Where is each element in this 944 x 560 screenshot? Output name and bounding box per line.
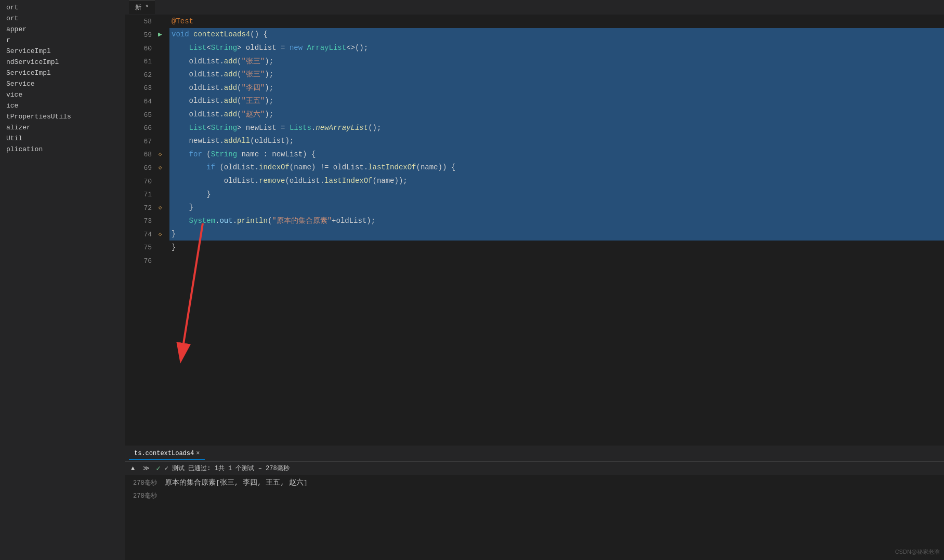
gutter: ▶ ◇ ◇ ◇ ◇ (156, 15, 169, 446)
editor-tab-title: 新 * (135, 3, 149, 12)
line-num-76: 76 (129, 255, 152, 269)
bottom-tab-close[interactable]: × (196, 450, 200, 457)
code-line-65: oldList.add("赵六"); (169, 108, 944, 121)
gutter-70 (156, 174, 164, 188)
code-line-62: oldList.add("张三"); (169, 68, 944, 81)
console-line-1: 278毫秒 (133, 490, 936, 503)
gutter-75 (156, 241, 164, 254)
gutter-73 (156, 214, 164, 228)
scroll-up-btn[interactable]: ▲ (129, 464, 137, 473)
console-output: 278毫秒 原本的集合原素[张三, 李四, 王五, 赵六] 278毫秒 (125, 475, 944, 560)
gutter-62 (156, 68, 164, 81)
gutter-76 (156, 254, 164, 268)
line-num-68: 68 (129, 149, 152, 162)
sidebar-item-13[interactable]: plication (0, 144, 125, 155)
code-line-61: oldList.add("张三"); (169, 55, 944, 68)
gutter-69: ◇ (156, 161, 164, 175)
main-area: ort ort apper r ServiceImpl ndServiceImp… (0, 0, 944, 560)
line-num-70: 70 (129, 175, 152, 189)
gutter-67 (156, 134, 164, 148)
line-num-61: 61 (129, 56, 152, 69)
sidebar-item-11[interactable]: alizer (0, 122, 125, 133)
bottom-panel: ts.contextLoads4 × ▲ ≫ ✓ ✓ 测试 已通过: 1共 1 … (125, 446, 944, 560)
editor-tab[interactable]: 新 * (129, 1, 155, 14)
sidebar-item-6[interactable]: ServiceImpl (0, 68, 125, 78)
code-line-63: oldList.add("李四"); (169, 81, 944, 95)
bottom-tab-label: ts.contextLoads4 (134, 450, 194, 457)
gutter-68: ◇ (156, 148, 164, 161)
line-num-62: 62 (129, 69, 152, 82)
code-line-64: oldList.add("王五"); (169, 95, 944, 108)
bottom-tab-bar: ts.contextLoads4 × (125, 446, 944, 462)
sidebar-item-4[interactable]: ServiceImpl (0, 46, 125, 57)
console-time-1: 278毫秒 (133, 492, 157, 500)
line-num-75: 75 (129, 242, 152, 255)
line-num-64: 64 (129, 96, 152, 109)
code-line-72: } (169, 201, 944, 214)
code-lines: @Test void contextLoads4() { List<String… (169, 15, 944, 267)
sidebar-item-5[interactable]: ndServiceImpl (0, 57, 125, 68)
gutter-71 (156, 188, 164, 201)
line-num-74: 74 (129, 229, 152, 242)
line-numbers: 58 59 60 61 62 63 64 65 66 67 68 69 70 7… (125, 15, 156, 446)
code-line-71: } (169, 188, 944, 201)
bottom-tab-test[interactable]: ts.contextLoads4 × (129, 448, 205, 460)
code-line-73: System.out.println("原本的集合原素"+oldList); (169, 214, 944, 228)
gutter-60 (156, 41, 164, 55)
gutter-58 (156, 15, 164, 28)
sidebar-item-12[interactable]: Util (0, 133, 125, 144)
sidebar: ort ort apper r ServiceImpl ndServiceImp… (0, 0, 125, 560)
code-line-69: if (oldList.indexOf(name) != oldList.las… (169, 161, 944, 175)
sidebar-item-2[interactable]: apper (0, 24, 125, 35)
line-num-59: 59 (129, 29, 152, 43)
sidebar-item-1[interactable]: ort (0, 13, 125, 24)
check-icon: ✓ (156, 464, 160, 473)
code-editor[interactable]: 58 59 60 61 62 63 64 65 66 67 68 69 70 7… (125, 15, 944, 446)
code-line-70: oldList.remove(oldList.lastIndexOf(name)… (169, 174, 944, 188)
sidebar-item-0[interactable]: ort (0, 2, 125, 13)
gutter-65 (156, 108, 164, 121)
code-line-58: @Test (169, 15, 944, 28)
code-line-68: for (String name : newList) { (169, 148, 944, 161)
line-num-72: 72 (129, 202, 152, 215)
editor-tab-bar: 新 * (125, 0, 944, 15)
test-status-text: ✓ 测试 已通过: 1共 1 个测试 – 278毫秒 (165, 464, 290, 473)
line-num-58: 58 (129, 16, 152, 29)
gutter-63 (156, 81, 164, 95)
sidebar-item-10[interactable]: tPropertiesUtils (0, 111, 125, 122)
gutter-66 (156, 121, 164, 135)
console-line-0: 278毫秒 原本的集合原素[张三, 李四, 王五, 赵六] (133, 477, 936, 490)
gutter-72: ◇ (156, 201, 164, 214)
sidebar-item-9[interactable]: ice (0, 100, 125, 111)
sidebar-item-8[interactable]: vice (0, 89, 125, 100)
line-num-73: 73 (129, 215, 152, 229)
code-line-59: void contextLoads4() { (169, 28, 944, 42)
code-line-76 (169, 254, 944, 268)
sidebar-item-3[interactable]: r (0, 35, 125, 46)
code-line-60: List<String> oldList = new ArrayList<>()… (169, 41, 944, 55)
gutter-64 (156, 95, 164, 108)
gutter-59: ▶ (156, 28, 164, 42)
code-content[interactable]: @Test void contextLoads4() { List<String… (169, 15, 944, 446)
line-num-65: 65 (129, 109, 152, 122)
scroll-right-btn[interactable]: ≫ (141, 463, 152, 473)
code-line-66: List<String> newList = Lists.newArrayLis… (169, 121, 944, 135)
code-line-67: newList.addAll(oldList); (169, 134, 944, 148)
code-line-75: } (169, 241, 944, 254)
gutter-61 (156, 55, 164, 68)
line-num-60: 60 (129, 42, 152, 56)
console-time-0: 278毫秒 (133, 479, 161, 487)
line-num-63: 63 (129, 82, 152, 96)
line-num-66: 66 (129, 122, 152, 136)
console-text-0: 原本的集合原素[张三, 李四, 王五, 赵六] (165, 479, 308, 487)
line-num-71: 71 (129, 189, 152, 202)
bottom-toolbar: ▲ ≫ ✓ ✓ 测试 已通过: 1共 1 个测试 – 278毫秒 (125, 462, 944, 475)
line-num-69: 69 (129, 162, 152, 176)
gutter-74: ◇ (156, 228, 164, 241)
sidebar-item-7[interactable]: Service (0, 78, 125, 89)
line-num-67: 67 (129, 135, 152, 149)
editor-area: 新 * 58 59 60 61 62 63 64 65 66 67 68 69 … (125, 0, 944, 560)
code-line-74: } (169, 228, 944, 241)
watermark: CSDN@秘家老淮 (895, 548, 940, 556)
